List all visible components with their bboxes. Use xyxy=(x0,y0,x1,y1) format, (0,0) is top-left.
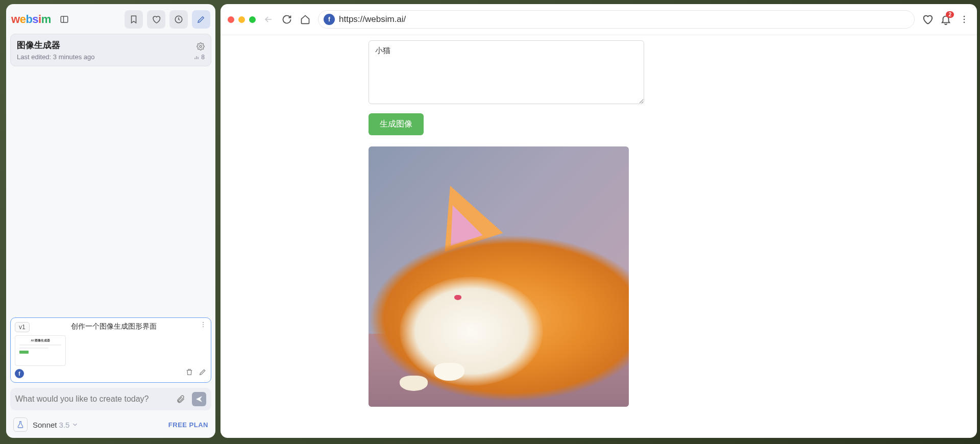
project-settings-button[interactable] xyxy=(197,42,205,51)
project-title: 图像生成器 xyxy=(17,39,60,51)
left-panel: websim 图像生成器 Last edited: 3 minutes ago xyxy=(6,4,215,438)
favorite-button[interactable] xyxy=(922,14,933,25)
heart-icon xyxy=(152,15,161,24)
generated-image xyxy=(369,146,629,407)
image-generator-app: 生成图像 xyxy=(369,35,644,427)
url-bar[interactable]: f https://websim.ai/ xyxy=(318,10,915,29)
send-icon xyxy=(195,395,203,403)
sidebar-toggle-button[interactable] xyxy=(55,10,74,29)
model-selector[interactable]: Sonnet 3.5 xyxy=(33,421,79,429)
user-avatar[interactable]: f xyxy=(15,369,24,378)
url-text: https://websim.ai/ xyxy=(339,14,909,24)
generate-image-button[interactable]: 生成图像 xyxy=(369,113,424,135)
vertical-dots-icon xyxy=(200,321,207,328)
sidebar-icon xyxy=(60,15,69,24)
close-window-button[interactable] xyxy=(228,16,234,23)
websim-logo[interactable]: websim xyxy=(11,13,51,26)
like-button[interactable] xyxy=(147,10,165,29)
version-card[interactable]: v1 AI 图像生成器 f 创作一个图像生成图形界面 xyxy=(10,317,211,383)
svg-point-10 xyxy=(964,16,965,17)
trash-icon xyxy=(185,368,193,376)
prompt-input[interactable] xyxy=(15,394,169,404)
pencil-icon xyxy=(197,15,206,24)
footer-bar: Sonnet 3.5 FREE PLAN xyxy=(10,415,211,434)
version-thumbnail[interactable]: AI 图像生成器 xyxy=(15,335,66,366)
notification-count-badge: 2 xyxy=(946,11,954,18)
site-favicon: f xyxy=(324,14,335,25)
bookmark-button[interactable] xyxy=(125,10,143,29)
bar-chart-icon xyxy=(193,54,200,60)
minimize-window-button[interactable] xyxy=(238,16,245,23)
home-icon xyxy=(300,14,310,24)
browser-toolbar: f https://websim.ai/ 2 xyxy=(220,4,977,35)
prompt-bar xyxy=(10,388,211,410)
model-icon-button[interactable] xyxy=(13,417,28,432)
project-last-edited: Last edited: 3 minutes ago xyxy=(17,53,95,61)
svg-point-9 xyxy=(203,326,204,327)
right-panel: f https://websim.ai/ 2 生成图像 xyxy=(220,4,977,438)
back-button[interactable] xyxy=(263,14,274,24)
left-content-area xyxy=(10,66,211,317)
left-header: websim xyxy=(10,8,211,34)
reload-button[interactable] xyxy=(281,14,292,24)
delete-version-button[interactable] xyxy=(185,368,193,378)
svg-point-7 xyxy=(203,322,204,323)
arrow-left-icon xyxy=(263,14,274,24)
chevron-down-icon xyxy=(71,421,79,428)
browser-content[interactable]: 生成图像 xyxy=(220,35,977,438)
notifications-button[interactable]: 2 xyxy=(940,14,951,25)
pencil-icon xyxy=(199,368,207,376)
version-description: 创作一个图像生成图形界面 xyxy=(71,322,207,331)
maximize-window-button[interactable] xyxy=(249,16,256,23)
clock-icon xyxy=(174,15,183,24)
svg-point-8 xyxy=(203,324,204,325)
vertical-dots-icon xyxy=(959,14,969,24)
edit-button[interactable] xyxy=(192,10,210,29)
project-card[interactable]: 图像生成器 Last edited: 3 minutes ago 8 xyxy=(10,34,211,66)
paperclip-icon xyxy=(176,394,185,404)
more-menu-button[interactable] xyxy=(959,14,970,24)
window-controls xyxy=(228,16,256,23)
svg-point-3 xyxy=(200,45,202,47)
svg-rect-0 xyxy=(61,16,68,22)
flask-icon xyxy=(16,421,24,429)
image-prompt-textarea[interactable] xyxy=(369,40,644,104)
svg-point-12 xyxy=(964,22,965,23)
svg-point-11 xyxy=(964,19,965,20)
attach-button[interactable] xyxy=(174,392,188,406)
version-badge: v1 xyxy=(15,322,30,332)
edit-version-button[interactable] xyxy=(199,368,207,378)
version-menu-button[interactable] xyxy=(200,321,207,330)
reload-icon xyxy=(282,14,292,24)
send-button[interactable] xyxy=(192,392,206,406)
gear-icon xyxy=(197,42,205,51)
bookmark-icon xyxy=(129,15,138,24)
home-button[interactable] xyxy=(300,14,311,24)
plan-badge[interactable]: FREE PLAN xyxy=(168,421,208,429)
heart-icon xyxy=(922,14,933,25)
project-views: 8 xyxy=(193,54,205,61)
history-button[interactable] xyxy=(169,10,188,29)
